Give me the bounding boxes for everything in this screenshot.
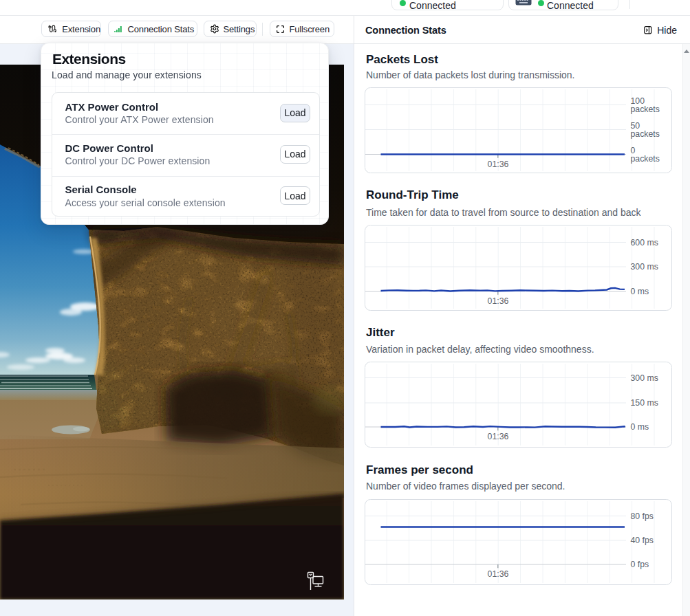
svg-text:0 ms: 0 ms [631,422,649,432]
svg-text:300 ms: 300 ms [631,262,658,272]
svg-text:01:36: 01:36 [488,569,509,579]
svg-text:300 ms: 300 ms [631,373,658,383]
svg-text:150 ms: 150 ms [631,398,658,408]
svg-text:packets: packets [631,129,660,139]
svg-text:packets: packets [631,154,660,164]
svg-text:packets: packets [631,104,660,114]
svg-text:01:36: 01:36 [488,432,509,441]
svg-text:80 fps: 80 fps [631,512,654,521]
svg-text:40 fps: 40 fps [631,536,654,545]
svg-text:600 ms: 600 ms [631,238,658,248]
svg-text:0 fps: 0 fps [631,560,649,569]
svg-text:01:36: 01:36 [488,160,509,169]
svg-text:0 ms: 0 ms [631,287,649,296]
svg-text:01:36: 01:36 [488,296,509,306]
